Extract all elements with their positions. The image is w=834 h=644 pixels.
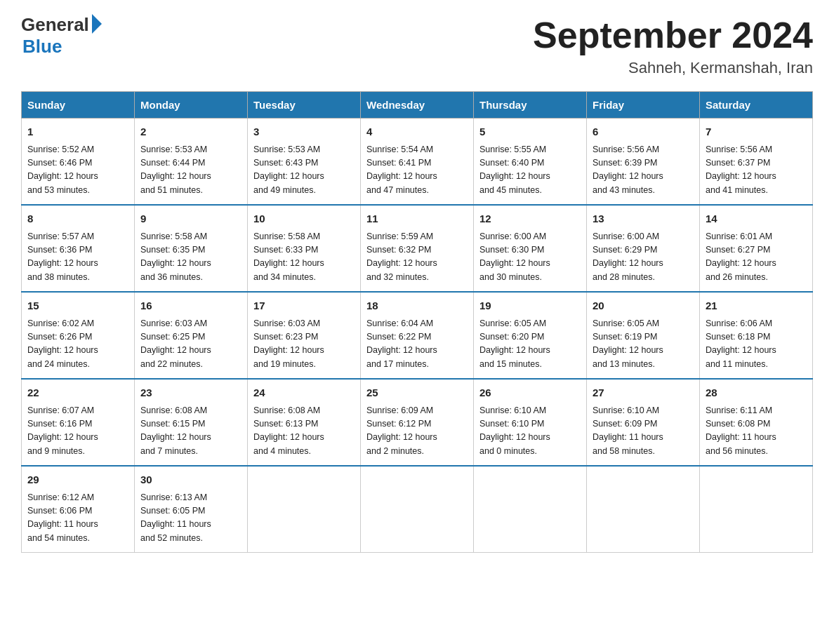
calendar-cell: 28Sunrise: 6:11 AMSunset: 6:08 PMDayligh… (700, 379, 813, 466)
calendar-cell: 12Sunrise: 6:00 AMSunset: 6:30 PMDayligh… (474, 205, 587, 292)
day-number: 20 (593, 298, 694, 314)
day-info: Sunrise: 6:07 AMSunset: 6:16 PMDaylight:… (27, 404, 128, 459)
day-info: Sunrise: 5:57 AMSunset: 6:36 PMDaylight:… (27, 230, 128, 285)
day-info: Sunrise: 5:55 AMSunset: 6:40 PMDaylight:… (479, 143, 581, 198)
day-number: 14 (706, 211, 807, 227)
day-info: Sunrise: 6:09 AMSunset: 6:12 PMDaylight:… (366, 404, 468, 459)
day-number: 1 (27, 124, 128, 140)
logo-arrow-icon (92, 14, 102, 34)
day-info: Sunrise: 5:56 AMSunset: 6:37 PMDaylight:… (706, 143, 807, 198)
day-number: 30 (140, 472, 241, 488)
week-row-3: 15Sunrise: 6:02 AMSunset: 6:26 PMDayligh… (22, 292, 813, 379)
header-monday: Monday (135, 92, 248, 119)
day-info: Sunrise: 6:02 AMSunset: 6:26 PMDaylight:… (27, 317, 128, 372)
day-info: Sunrise: 5:59 AMSunset: 6:32 PMDaylight:… (366, 230, 468, 285)
day-number: 24 (253, 385, 355, 401)
day-info: Sunrise: 6:10 AMSunset: 6:10 PMDaylight:… (479, 404, 581, 459)
week-row-2: 8Sunrise: 5:57 AMSunset: 6:36 PMDaylight… (22, 205, 813, 292)
day-number: 26 (479, 385, 581, 401)
day-number: 2 (140, 124, 241, 140)
day-number: 22 (27, 385, 128, 401)
calendar-cell: 19Sunrise: 6:05 AMSunset: 6:20 PMDayligh… (474, 292, 587, 379)
calendar-cell: 4Sunrise: 5:54 AMSunset: 6:41 PMDaylight… (361, 119, 474, 206)
calendar-cell: 17Sunrise: 6:03 AMSunset: 6:23 PMDayligh… (248, 292, 361, 379)
day-number: 11 (366, 211, 468, 227)
day-number: 18 (366, 298, 468, 314)
calendar-cell: 7Sunrise: 5:56 AMSunset: 6:37 PMDaylight… (700, 119, 813, 206)
header-wednesday: Wednesday (361, 92, 474, 119)
page-header: General Blue September 2024 Sahneh, Kerm… (21, 14, 813, 77)
day-info: Sunrise: 6:00 AMSunset: 6:29 PMDaylight:… (593, 230, 694, 285)
week-row-4: 22Sunrise: 6:07 AMSunset: 6:16 PMDayligh… (22, 379, 813, 466)
day-number: 10 (253, 211, 355, 227)
calendar-cell: 11Sunrise: 5:59 AMSunset: 6:32 PMDayligh… (361, 205, 474, 292)
day-info: Sunrise: 6:10 AMSunset: 6:09 PMDaylight:… (593, 404, 694, 459)
day-number: 17 (253, 298, 355, 314)
title-area: September 2024 Sahneh, Kermanshah, Iran (533, 14, 813, 77)
day-info: Sunrise: 6:08 AMSunset: 6:13 PMDaylight:… (253, 404, 355, 459)
day-number: 28 (706, 385, 807, 401)
calendar-cell: 3Sunrise: 5:53 AMSunset: 6:43 PMDaylight… (248, 119, 361, 206)
calendar-cell: 26Sunrise: 6:10 AMSunset: 6:10 PMDayligh… (474, 379, 587, 466)
day-info: Sunrise: 5:58 AMSunset: 6:33 PMDaylight:… (253, 230, 355, 285)
day-info: Sunrise: 5:53 AMSunset: 6:43 PMDaylight:… (253, 143, 355, 198)
header-thursday: Thursday (474, 92, 587, 119)
calendar-cell: 6Sunrise: 5:56 AMSunset: 6:39 PMDaylight… (587, 119, 700, 206)
day-info: Sunrise: 5:54 AMSunset: 6:41 PMDaylight:… (366, 143, 468, 198)
calendar-table: SundayMondayTuesdayWednesdayThursdayFrid… (21, 91, 813, 553)
header-friday: Friday (587, 92, 700, 119)
day-number: 27 (593, 385, 694, 401)
day-info: Sunrise: 5:52 AMSunset: 6:46 PMDaylight:… (27, 143, 128, 198)
day-info: Sunrise: 5:53 AMSunset: 6:44 PMDaylight:… (140, 143, 241, 198)
day-number: 9 (140, 211, 241, 227)
calendar-cell: 5Sunrise: 5:55 AMSunset: 6:40 PMDaylight… (474, 119, 587, 206)
day-number: 8 (27, 211, 128, 227)
logo: General Blue (21, 14, 102, 58)
day-info: Sunrise: 6:13 AMSunset: 6:05 PMDaylight:… (140, 491, 241, 546)
calendar-cell: 2Sunrise: 5:53 AMSunset: 6:44 PMDaylight… (135, 119, 248, 206)
calendar-cell (248, 466, 361, 553)
header-row: SundayMondayTuesdayWednesdayThursdayFrid… (22, 92, 813, 119)
logo-blue-text: Blue (22, 36, 62, 58)
header-sunday: Sunday (22, 92, 135, 119)
day-number: 12 (479, 211, 581, 227)
calendar-cell: 8Sunrise: 5:57 AMSunset: 6:36 PMDaylight… (22, 205, 135, 292)
day-number: 4 (366, 124, 468, 140)
month-title: September 2024 (533, 14, 813, 56)
day-number: 5 (479, 124, 581, 140)
day-info: Sunrise: 5:56 AMSunset: 6:39 PMDaylight:… (593, 143, 694, 198)
calendar-cell: 16Sunrise: 6:03 AMSunset: 6:25 PMDayligh… (135, 292, 248, 379)
day-number: 7 (706, 124, 807, 140)
day-info: Sunrise: 6:03 AMSunset: 6:23 PMDaylight:… (253, 317, 355, 372)
day-info: Sunrise: 6:05 AMSunset: 6:19 PMDaylight:… (593, 317, 694, 372)
header-tuesday: Tuesday (248, 92, 361, 119)
calendar-cell (700, 466, 813, 553)
day-number: 3 (253, 124, 355, 140)
day-info: Sunrise: 6:12 AMSunset: 6:06 PMDaylight:… (27, 491, 128, 546)
day-number: 25 (366, 385, 468, 401)
day-info: Sunrise: 6:11 AMSunset: 6:08 PMDaylight:… (706, 404, 807, 459)
logo-general-text: General (21, 14, 89, 36)
day-info: Sunrise: 6:06 AMSunset: 6:18 PMDaylight:… (706, 317, 807, 372)
calendar-cell (474, 466, 587, 553)
week-row-1: 1Sunrise: 5:52 AMSunset: 6:46 PMDaylight… (22, 119, 813, 206)
day-number: 23 (140, 385, 241, 401)
day-info: Sunrise: 6:00 AMSunset: 6:30 PMDaylight:… (479, 230, 581, 285)
calendar-cell: 24Sunrise: 6:08 AMSunset: 6:13 PMDayligh… (248, 379, 361, 466)
calendar-cell: 25Sunrise: 6:09 AMSunset: 6:12 PMDayligh… (361, 379, 474, 466)
day-number: 16 (140, 298, 241, 314)
calendar-cell: 22Sunrise: 6:07 AMSunset: 6:16 PMDayligh… (22, 379, 135, 466)
day-info: Sunrise: 6:05 AMSunset: 6:20 PMDaylight:… (479, 317, 581, 372)
calendar-cell (361, 466, 474, 553)
calendar-cell: 15Sunrise: 6:02 AMSunset: 6:26 PMDayligh… (22, 292, 135, 379)
day-number: 6 (593, 124, 694, 140)
day-info: Sunrise: 6:03 AMSunset: 6:25 PMDaylight:… (140, 317, 241, 372)
day-number: 19 (479, 298, 581, 314)
day-info: Sunrise: 6:04 AMSunset: 6:22 PMDaylight:… (366, 317, 468, 372)
day-info: Sunrise: 5:58 AMSunset: 6:35 PMDaylight:… (140, 230, 241, 285)
calendar-cell: 29Sunrise: 6:12 AMSunset: 6:06 PMDayligh… (22, 466, 135, 553)
day-info: Sunrise: 6:08 AMSunset: 6:15 PMDaylight:… (140, 404, 241, 459)
week-row-5: 29Sunrise: 6:12 AMSunset: 6:06 PMDayligh… (22, 466, 813, 553)
calendar-cell: 23Sunrise: 6:08 AMSunset: 6:15 PMDayligh… (135, 379, 248, 466)
calendar-cell: 10Sunrise: 5:58 AMSunset: 6:33 PMDayligh… (248, 205, 361, 292)
